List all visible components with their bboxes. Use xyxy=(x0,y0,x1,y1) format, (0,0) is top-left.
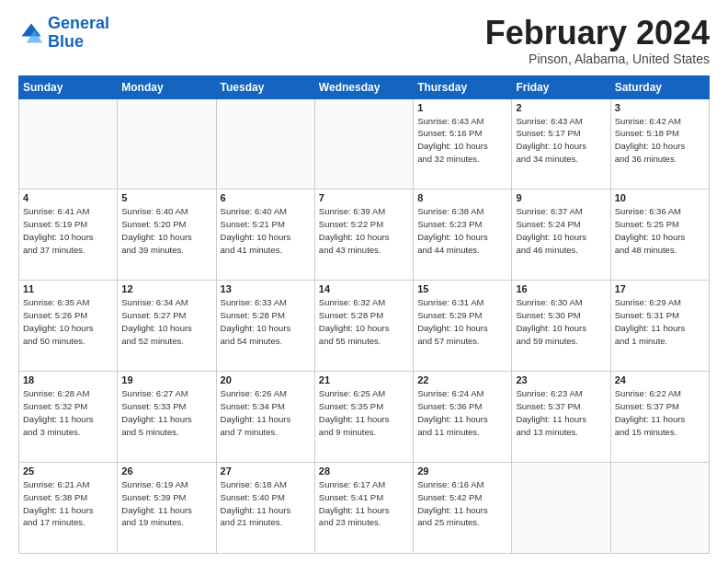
day-info: Sunrise: 6:38 AMSunset: 5:23 PMDaylight:… xyxy=(417,205,507,256)
day-number: 1 xyxy=(417,102,507,113)
day-info: Sunrise: 6:41 AMSunset: 5:19 PMDaylight:… xyxy=(23,205,113,256)
logo: General Blue xyxy=(18,15,109,52)
day-info: Sunrise: 6:39 AMSunset: 5:22 PMDaylight:… xyxy=(319,205,409,256)
calendar-cell: 1Sunrise: 6:43 AMSunset: 5:16 PMDaylight… xyxy=(414,98,512,190)
day-number: 29 xyxy=(417,465,507,477)
header: General Blue February 2024 Pinson, Alaba… xyxy=(18,15,710,66)
calendar-cell: 14Sunrise: 6:32 AMSunset: 5:28 PMDayligh… xyxy=(314,281,413,372)
weekday-header-sunday: Sunday xyxy=(19,75,118,98)
day-number: 25 xyxy=(23,465,113,477)
day-number: 6 xyxy=(221,192,311,203)
calendar-cell: 29Sunrise: 6:16 AMSunset: 5:42 PMDayligh… xyxy=(414,463,512,554)
calendar-cell: 11Sunrise: 6:35 AMSunset: 5:26 PMDayligh… xyxy=(19,281,118,372)
weekday-header-monday: Monday xyxy=(118,75,216,98)
calendar-week-2: 4Sunrise: 6:41 AMSunset: 5:19 PMDaylight… xyxy=(19,190,710,281)
calendar-cell xyxy=(216,98,314,190)
day-info: Sunrise: 6:27 AMSunset: 5:33 PMDaylight:… xyxy=(121,387,211,438)
day-number: 24 xyxy=(615,374,705,385)
day-number: 23 xyxy=(516,374,606,385)
calendar-cell: 26Sunrise: 6:19 AMSunset: 5:39 PMDayligh… xyxy=(118,463,216,554)
calendar-week-4: 18Sunrise: 6:28 AMSunset: 5:32 PMDayligh… xyxy=(19,372,710,463)
day-number: 3 xyxy=(615,102,705,113)
day-number: 8 xyxy=(417,192,507,203)
day-info: Sunrise: 6:23 AMSunset: 5:37 PMDaylight:… xyxy=(516,387,606,438)
day-info: Sunrise: 6:43 AMSunset: 5:16 PMDaylight:… xyxy=(417,115,507,166)
day-info: Sunrise: 6:17 AMSunset: 5:41 PMDaylight:… xyxy=(319,478,409,529)
month-title: February 2024 xyxy=(485,15,710,52)
weekday-header-row: SundayMondayTuesdayWednesdayThursdayFrid… xyxy=(19,75,710,98)
title-block: February 2024 Pinson, Alabama, United St… xyxy=(485,15,710,66)
calendar-cell: 2Sunrise: 6:43 AMSunset: 5:17 PMDaylight… xyxy=(512,98,610,190)
day-number: 2 xyxy=(516,102,606,113)
day-info: Sunrise: 6:43 AMSunset: 5:17 PMDaylight:… xyxy=(516,115,606,166)
logo-text: General Blue xyxy=(48,15,109,52)
day-number: 22 xyxy=(417,374,507,385)
day-info: Sunrise: 6:25 AMSunset: 5:35 PMDaylight:… xyxy=(319,387,409,438)
calendar-cell xyxy=(19,98,118,190)
day-info: Sunrise: 6:26 AMSunset: 5:34 PMDaylight:… xyxy=(221,387,311,438)
calendar-cell: 3Sunrise: 6:42 AMSunset: 5:18 PMDaylight… xyxy=(610,98,709,190)
day-info: Sunrise: 6:28 AMSunset: 5:32 PMDaylight:… xyxy=(23,387,113,438)
day-info: Sunrise: 6:22 AMSunset: 5:37 PMDaylight:… xyxy=(615,387,705,438)
day-info: Sunrise: 6:40 AMSunset: 5:21 PMDaylight:… xyxy=(221,205,311,256)
day-number: 5 xyxy=(121,192,211,203)
day-info: Sunrise: 6:16 AMSunset: 5:42 PMDaylight:… xyxy=(417,478,507,529)
calendar-cell xyxy=(610,463,709,554)
day-number: 28 xyxy=(319,465,409,477)
calendar-table: SundayMondayTuesdayWednesdayThursdayFrid… xyxy=(18,75,710,554)
logo-icon xyxy=(18,20,44,46)
day-number: 14 xyxy=(319,283,409,294)
weekday-header-friday: Friday xyxy=(512,75,610,98)
day-number: 20 xyxy=(221,374,311,385)
day-number: 10 xyxy=(615,192,705,203)
day-info: Sunrise: 6:42 AMSunset: 5:18 PMDaylight:… xyxy=(615,115,705,166)
calendar-week-3: 11Sunrise: 6:35 AMSunset: 5:26 PMDayligh… xyxy=(19,281,710,372)
logo-general: General xyxy=(48,14,109,32)
calendar-cell: 19Sunrise: 6:27 AMSunset: 5:33 PMDayligh… xyxy=(118,372,216,463)
calendar-cell: 10Sunrise: 6:36 AMSunset: 5:25 PMDayligh… xyxy=(610,190,709,281)
location: Pinson, Alabama, United States xyxy=(485,52,710,66)
calendar-cell: 23Sunrise: 6:23 AMSunset: 5:37 PMDayligh… xyxy=(512,372,610,463)
calendar-cell: 9Sunrise: 6:37 AMSunset: 5:24 PMDaylight… xyxy=(512,190,610,281)
calendar-cell: 28Sunrise: 6:17 AMSunset: 5:41 PMDayligh… xyxy=(314,463,413,554)
day-number: 16 xyxy=(516,283,606,294)
day-number: 11 xyxy=(23,283,113,294)
weekday-header-saturday: Saturday xyxy=(610,75,709,98)
day-number: 27 xyxy=(221,465,311,477)
calendar-cell: 5Sunrise: 6:40 AMSunset: 5:20 PMDaylight… xyxy=(118,190,216,281)
day-info: Sunrise: 6:19 AMSunset: 5:39 PMDaylight:… xyxy=(121,478,211,529)
day-info: Sunrise: 6:30 AMSunset: 5:30 PMDaylight:… xyxy=(516,296,606,347)
day-number: 12 xyxy=(121,283,211,294)
day-number: 7 xyxy=(319,192,409,203)
day-number: 9 xyxy=(516,192,606,203)
calendar-cell: 15Sunrise: 6:31 AMSunset: 5:29 PMDayligh… xyxy=(414,281,512,372)
calendar-cell: 17Sunrise: 6:29 AMSunset: 5:31 PMDayligh… xyxy=(610,281,709,372)
calendar-cell: 16Sunrise: 6:30 AMSunset: 5:30 PMDayligh… xyxy=(512,281,610,372)
day-number: 18 xyxy=(23,374,113,385)
day-info: Sunrise: 6:35 AMSunset: 5:26 PMDaylight:… xyxy=(23,296,113,347)
logo-blue: Blue xyxy=(48,32,84,51)
day-info: Sunrise: 6:36 AMSunset: 5:25 PMDaylight:… xyxy=(615,205,705,256)
calendar-cell xyxy=(314,98,413,190)
day-number: 17 xyxy=(615,283,705,294)
calendar-week-1: 1Sunrise: 6:43 AMSunset: 5:16 PMDaylight… xyxy=(19,98,710,190)
day-info: Sunrise: 6:21 AMSunset: 5:38 PMDaylight:… xyxy=(23,478,113,529)
calendar-cell: 18Sunrise: 6:28 AMSunset: 5:32 PMDayligh… xyxy=(19,372,118,463)
calendar-cell: 21Sunrise: 6:25 AMSunset: 5:35 PMDayligh… xyxy=(314,372,413,463)
day-number: 15 xyxy=(417,283,507,294)
calendar-cell: 27Sunrise: 6:18 AMSunset: 5:40 PMDayligh… xyxy=(216,463,314,554)
svg-marker-0 xyxy=(22,23,41,36)
calendar-cell: 24Sunrise: 6:22 AMSunset: 5:37 PMDayligh… xyxy=(610,372,709,463)
calendar-week-5: 25Sunrise: 6:21 AMSunset: 5:38 PMDayligh… xyxy=(19,463,710,554)
calendar-cell: 12Sunrise: 6:34 AMSunset: 5:27 PMDayligh… xyxy=(118,281,216,372)
day-number: 26 xyxy=(121,465,211,477)
day-info: Sunrise: 6:31 AMSunset: 5:29 PMDaylight:… xyxy=(417,296,507,347)
calendar-page: General Blue February 2024 Pinson, Alaba… xyxy=(0,0,728,563)
calendar-cell xyxy=(512,463,610,554)
calendar-cell: 4Sunrise: 6:41 AMSunset: 5:19 PMDaylight… xyxy=(19,190,118,281)
day-info: Sunrise: 6:18 AMSunset: 5:40 PMDaylight:… xyxy=(221,478,311,529)
day-info: Sunrise: 6:32 AMSunset: 5:28 PMDaylight:… xyxy=(319,296,409,347)
day-info: Sunrise: 6:40 AMSunset: 5:20 PMDaylight:… xyxy=(121,205,211,256)
calendar-cell: 7Sunrise: 6:39 AMSunset: 5:22 PMDaylight… xyxy=(314,190,413,281)
day-number: 13 xyxy=(221,283,311,294)
